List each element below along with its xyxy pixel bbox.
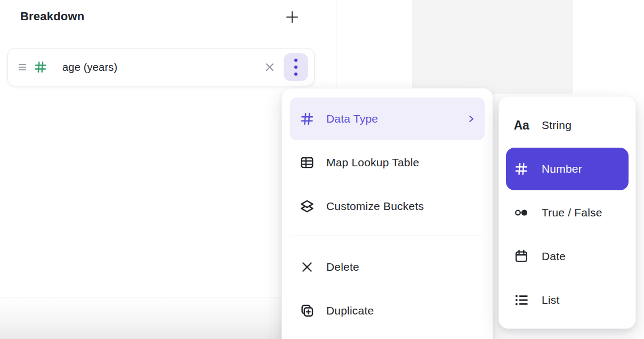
list-icon xyxy=(514,293,529,308)
submenu-item-list[interactable]: List xyxy=(506,279,629,321)
submenu-item-label: True / False xyxy=(542,206,602,219)
submenu-item-label: List xyxy=(542,294,559,306)
field-context-menu: Data Type Map Lookup Table xyxy=(281,88,493,339)
menu-divider xyxy=(291,236,484,236)
table-icon xyxy=(300,155,315,170)
submenu-item-number[interactable]: Number xyxy=(506,148,629,190)
app-window: Breakdown age (years) xyxy=(0,0,644,339)
menu-item-label: Delete xyxy=(326,261,359,273)
field-name-label: age (years) xyxy=(62,61,117,74)
submenu-item-label: Date xyxy=(542,250,566,263)
submenu-item-date[interactable]: Date xyxy=(506,235,629,278)
submenu-item-true-false[interactable]: True / False xyxy=(506,191,629,234)
boolean-icon xyxy=(514,205,529,220)
menu-item-label: Customize Buckets xyxy=(326,200,424,213)
menu-item-label: Duplicate xyxy=(326,304,374,317)
text-aa-icon: Aa xyxy=(514,118,529,133)
field-options-button[interactable] xyxy=(284,53,308,81)
calendar-icon xyxy=(514,249,529,264)
kebab-menu-icon xyxy=(294,59,297,76)
add-breakdown-button[interactable] xyxy=(283,7,302,27)
menu-item-delete[interactable]: Delete xyxy=(290,246,485,288)
hash-icon xyxy=(34,60,47,74)
canvas-placeholder xyxy=(412,0,573,94)
menu-item-label: Map Lookup Table xyxy=(326,156,419,169)
data-type-submenu: Aa String Number True / False xyxy=(498,96,636,329)
submenu-item-string[interactable]: Aa String xyxy=(506,104,629,147)
layers-icon xyxy=(300,199,315,214)
hash-icon xyxy=(514,162,529,176)
x-icon xyxy=(300,260,315,275)
duplicate-icon xyxy=(300,303,315,318)
menu-item-label: Data Type xyxy=(326,112,378,125)
panel-header: Breakdown xyxy=(20,10,84,23)
hash-icon xyxy=(300,111,315,126)
menu-item-customize-buckets[interactable]: Customize Buckets xyxy=(290,185,485,228)
remove-field-button[interactable] xyxy=(262,59,278,75)
drag-handle-icon[interactable] xyxy=(19,64,26,70)
plus-icon xyxy=(284,9,300,25)
submenu-item-label: Number xyxy=(542,163,582,175)
breakdown-field-row[interactable]: age (years) xyxy=(7,48,315,86)
chevron-right-icon xyxy=(467,115,476,123)
close-icon xyxy=(263,61,276,74)
page-title: Breakdown xyxy=(20,10,84,23)
menu-item-map-lookup-table[interactable]: Map Lookup Table xyxy=(290,141,485,184)
menu-item-data-type[interactable]: Data Type xyxy=(290,98,485,140)
submenu-item-label: String xyxy=(542,119,571,132)
menu-item-duplicate[interactable]: Duplicate xyxy=(290,289,485,332)
